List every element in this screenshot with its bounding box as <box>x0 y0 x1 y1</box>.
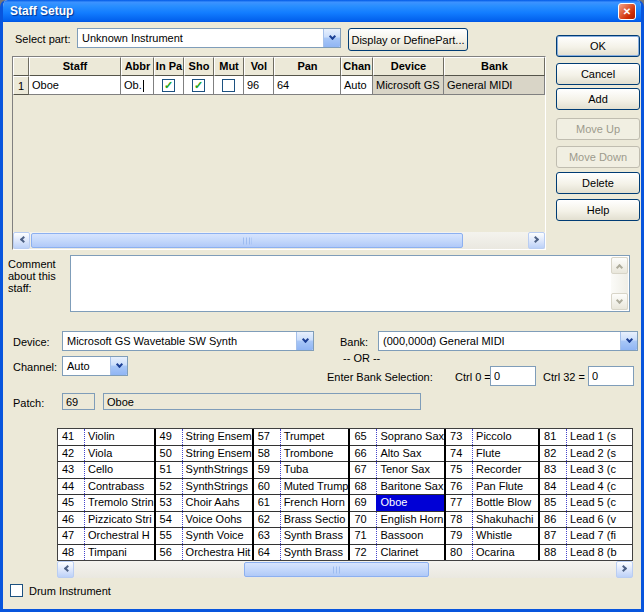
bank-combobox[interactable]: (000,000d) General MIDI <box>378 331 638 351</box>
header-device[interactable]: Device <box>373 57 444 76</box>
comment-v-scrollbar[interactable] <box>611 257 628 310</box>
ctrl0-input[interactable] <box>490 366 536 386</box>
instrument-cell[interactable]: 53Choir Aahs <box>156 495 252 512</box>
scroll-left-icon[interactable] <box>13 232 30 249</box>
instrument-cell[interactable]: 59Tuba <box>254 462 349 479</box>
show-cell[interactable]: ✓ <box>184 76 214 95</box>
instrument-cell[interactable]: 72Clarinet <box>350 545 444 561</box>
staff-name-cell[interactable]: Oboe <box>29 76 121 95</box>
instrument-cell[interactable]: 48Timpani <box>58 545 154 561</box>
header-bank[interactable]: Bank <box>444 57 545 76</box>
instrument-cell[interactable]: 77Bottle Blow <box>446 495 538 512</box>
instrument-cell[interactable]: 78Shakuhachi <box>446 512 538 529</box>
instrument-cell[interactable]: 79Whistle <box>446 528 538 545</box>
delete-button[interactable]: Delete <box>556 172 640 194</box>
instrument-cell[interactable]: 83Lead 3 (c <box>540 462 632 479</box>
header-staff[interactable]: Staff <box>29 57 121 76</box>
mute-checkbox[interactable] <box>222 79 235 92</box>
instrument-cell[interactable]: 51SynthStrings <box>156 462 252 479</box>
select-part-combobox[interactable]: Unknown Instrument <box>77 28 341 48</box>
header-pan[interactable]: Pan <box>274 57 341 76</box>
row-number[interactable]: 1 <box>13 76 29 95</box>
instrument-cell[interactable]: 70English Horn <box>350 512 444 529</box>
instrument-cell[interactable]: 58Trombone <box>254 446 349 463</box>
instrument-cell[interactable]: 68Baritone Sax <box>350 479 444 496</box>
instrument-cell[interactable]: 54Voice Oohs <box>156 512 252 529</box>
pan-cell[interactable]: 64 <box>274 76 341 95</box>
instrument-cell[interactable]: 56Orchestra Hit <box>156 545 252 561</box>
chevron-down-icon[interactable] <box>296 332 313 350</box>
instrument-cell[interactable]: 62Brass Sectio <box>254 512 349 529</box>
scroll-down-icon[interactable] <box>611 293 628 310</box>
instrument-cell[interactable]: 50String Ensem <box>156 446 252 463</box>
chevron-down-icon[interactable] <box>110 357 127 375</box>
instrument-cell[interactable]: 57Trumpet <box>254 429 349 446</box>
scroll-up-icon[interactable] <box>611 257 628 274</box>
in-part-checkbox[interactable]: ✓ <box>162 79 175 92</box>
instrument-cell[interactable]: 45Tremolo Strin <box>58 495 154 512</box>
add-button[interactable]: Add <box>556 88 640 110</box>
vol-cell[interactable]: 96 <box>244 76 274 95</box>
instrument-cell[interactable]: 46Pizzicato Stri <box>58 512 154 529</box>
table-scroll-thumb[interactable] <box>31 233 463 248</box>
header-in-part[interactable]: In Pa <box>154 57 184 76</box>
instrument-cell[interactable]: 55Synth Voice <box>156 528 252 545</box>
instrument-cell[interactable]: 81Lead 1 (s <box>540 429 632 446</box>
ok-button[interactable]: OK <box>556 35 640 57</box>
instrument-cell[interactable]: 84Lead 4 (c <box>540 479 632 496</box>
instrument-cell[interactable]: 52SynthStrings <box>156 479 252 496</box>
instrument-cell[interactable]: 63Synth Brass <box>254 528 349 545</box>
instrument-cell[interactable]: 67Tenor Sax <box>350 462 444 479</box>
mute-cell[interactable] <box>214 76 244 95</box>
instrument-cell[interactable]: 87Lead 7 (fi <box>540 528 632 545</box>
instrument-cell[interactable]: 43Cello <box>58 462 154 479</box>
chevron-down-icon[interactable] <box>620 332 637 350</box>
instrument-cell[interactable]: 82Lead 2 (s <box>540 446 632 463</box>
grid-h-scrollbar[interactable] <box>57 561 633 578</box>
instrument-cell[interactable]: 49String Ensem <box>156 429 252 446</box>
scroll-right-icon[interactable] <box>616 561 633 578</box>
abbr-cell[interactable]: Ob. <box>121 76 154 95</box>
instrument-cell[interactable]: 64Synth Brass <box>254 545 349 561</box>
help-button[interactable]: Help <box>556 199 640 221</box>
ctrl32-input[interactable] <box>588 366 634 386</box>
header-show[interactable]: Sho <box>184 57 214 76</box>
chan-cell[interactable]: Auto <box>341 76 373 95</box>
header-mute[interactable]: Mut <box>214 57 244 76</box>
scroll-right-icon[interactable] <box>528 232 545 249</box>
instrument-cell[interactable]: 86Lead 6 (v <box>540 512 632 529</box>
in-part-cell[interactable]: ✓ <box>154 76 184 95</box>
header-abbr[interactable]: Abbr <box>121 57 154 76</box>
header-chan[interactable]: Chan <box>341 57 373 76</box>
instrument-cell[interactable]: 44Contrabass <box>58 479 154 496</box>
instrument-cell[interactable]: 69Oboe <box>350 495 444 512</box>
cancel-button[interactable]: Cancel <box>556 63 640 85</box>
grid-scroll-thumb[interactable] <box>244 562 429 577</box>
instrument-cell[interactable]: 42Viola <box>58 446 154 463</box>
instrument-cell[interactable]: 80Ocarina <box>446 545 538 561</box>
device-cell[interactable]: Microsoft GS <box>373 76 444 95</box>
scroll-left-icon[interactable] <box>57 561 74 578</box>
table-h-scrollbar[interactable] <box>13 232 545 249</box>
instrument-cell[interactable]: 85Lead 5 (c <box>540 495 632 512</box>
instrument-cell[interactable]: 76Pan Flute <box>446 479 538 496</box>
show-checkbox[interactable]: ✓ <box>192 79 205 92</box>
bank-cell[interactable]: General MIDI <box>444 76 545 95</box>
instrument-cell[interactable]: 71Bassoon <box>350 528 444 545</box>
instrument-cell[interactable]: 88Lead 8 (b <box>540 545 632 561</box>
instrument-cell[interactable]: 60Muted Trump <box>254 479 349 496</box>
close-icon[interactable]: ✕ <box>618 3 636 20</box>
instrument-cell[interactable]: 65Soprano Sax <box>350 429 444 446</box>
chevron-down-icon[interactable] <box>323 29 340 47</box>
instrument-cell[interactable]: 74Flute <box>446 446 538 463</box>
instrument-cell[interactable]: 73Piccolo <box>446 429 538 446</box>
instrument-cell[interactable]: 61French Horn <box>254 495 349 512</box>
header-vol[interactable]: Vol <box>244 57 274 76</box>
comment-textarea[interactable] <box>70 255 630 312</box>
instrument-cell[interactable]: 41Violin <box>58 429 154 446</box>
instrument-cell[interactable]: 66Alto Sax <box>350 446 444 463</box>
instrument-cell[interactable]: 47Orchestral H <box>58 528 154 545</box>
drum-instrument-checkbox[interactable] <box>10 584 23 597</box>
device-combobox[interactable]: Microsoft GS Wavetable SW Synth <box>62 331 314 351</box>
instrument-cell[interactable]: 75Recorder <box>446 462 538 479</box>
